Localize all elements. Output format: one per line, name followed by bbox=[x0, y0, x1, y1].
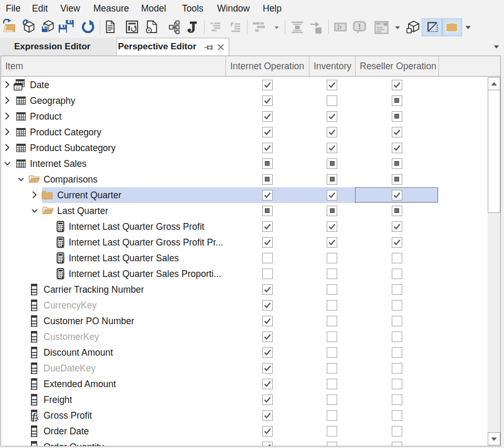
svg-text:12: 12 bbox=[16, 86, 20, 90]
